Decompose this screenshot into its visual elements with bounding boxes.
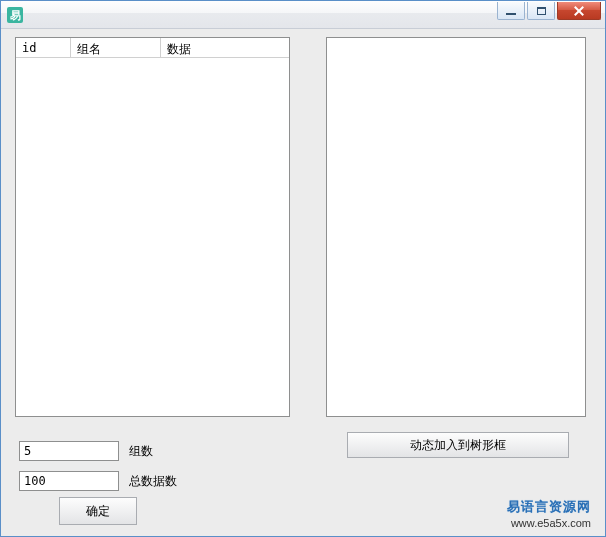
- add-to-tree-button[interactable]: 动态加入到树形框: [347, 432, 569, 458]
- brand-url: www.e5a5x.com: [507, 516, 591, 530]
- total-count-label: 总数据数: [129, 473, 177, 490]
- window-controls: [497, 1, 601, 20]
- titlebar: 易: [1, 1, 605, 29]
- brand-name: 易语言资源网: [507, 499, 591, 516]
- column-group[interactable]: 组名: [71, 38, 161, 57]
- total-count-row: 总数据数: [19, 471, 177, 491]
- table-header: id 组名 数据: [16, 38, 289, 58]
- minimize-icon: [506, 13, 516, 15]
- close-icon: [573, 5, 585, 17]
- app-window: 易 id 组名 数据 组数: [0, 0, 606, 537]
- ok-button[interactable]: 确定: [59, 497, 137, 525]
- maximize-icon: [537, 7, 546, 15]
- client-area: id 组名 数据 组数 总数据数 确定 动态加入到树形框 易语言资源网 www.…: [1, 29, 605, 536]
- maximize-button[interactable]: [527, 2, 555, 20]
- group-count-input[interactable]: [19, 441, 119, 461]
- minimize-button[interactable]: [497, 2, 525, 20]
- group-count-row: 组数: [19, 441, 153, 461]
- app-icon: 易: [7, 7, 23, 23]
- total-count-input[interactable]: [19, 471, 119, 491]
- tree-view[interactable]: [326, 37, 586, 417]
- column-id[interactable]: id: [16, 38, 71, 57]
- column-data[interactable]: 数据: [161, 38, 289, 57]
- group-count-label: 组数: [129, 443, 153, 460]
- data-table[interactable]: id 组名 数据: [15, 37, 290, 417]
- close-button[interactable]: [557, 2, 601, 20]
- footer-brand: 易语言资源网 www.e5a5x.com: [507, 499, 591, 530]
